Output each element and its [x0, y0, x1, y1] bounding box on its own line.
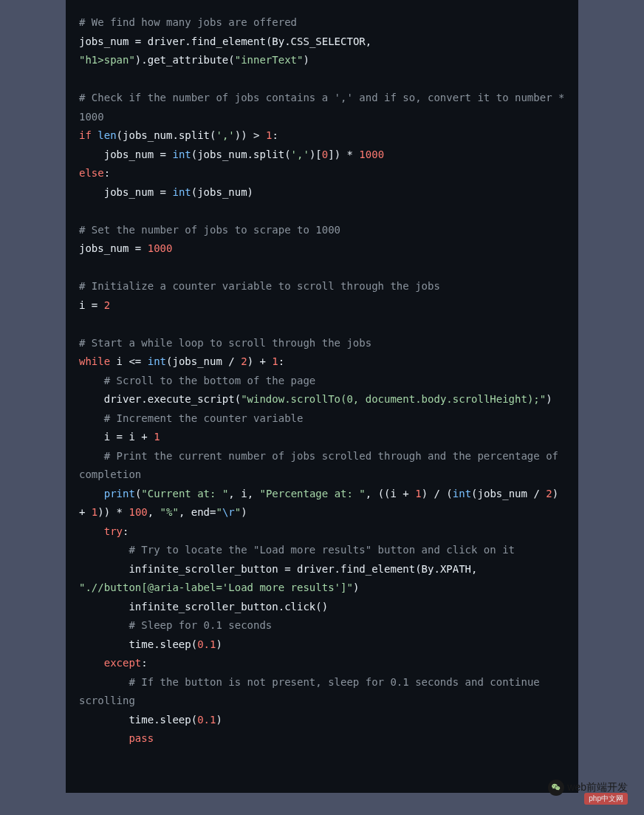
- code-token: jobs_num: [123, 129, 172, 141]
- code-token: time.sleep(: [129, 638, 197, 650]
- code-token: ) / (: [422, 488, 453, 499]
- code-keyword: if: [79, 129, 92, 141]
- code-token: ): [216, 638, 222, 650]
- code-window: # We find how many jobs are offered jobs…: [66, 0, 578, 793]
- code-comment: # Scroll to the bottom of the page: [104, 375, 316, 386]
- code-number: 2: [546, 488, 552, 499]
- code-builtin: int: [148, 355, 166, 367]
- code-token: >: [247, 129, 266, 141]
- code-string: ',': [216, 129, 234, 141]
- code-keyword: else: [79, 167, 104, 179]
- code-indent: [104, 732, 129, 744]
- code-token: ): [303, 54, 309, 66]
- code-token: (jobs_num /: [166, 355, 241, 367]
- code-comment: # Set the number of jobs to scrape to 10…: [79, 224, 340, 236]
- code-indent: [104, 563, 129, 575]
- code-indent: [104, 601, 129, 613]
- code-token: =: [110, 431, 129, 443]
- code-indent: [104, 619, 129, 631]
- code-block[interactable]: # We find how many jobs are offered jobs…: [79, 13, 565, 748]
- code-indent: [79, 393, 104, 405]
- code-token: infinite_scroller_button: [129, 563, 278, 575]
- code-comment: # We find how many jobs are offered: [79, 16, 297, 28]
- code-token: i: [104, 431, 110, 443]
- code-indent: [104, 714, 129, 726]
- code-comment: # Sleep for 0.1 seconds: [129, 619, 272, 631]
- code-string: "window.scrollTo(0, document.body.scroll…: [241, 393, 546, 405]
- code-token: =: [154, 149, 172, 160]
- code-indent: [79, 657, 104, 669]
- code-token: :: [278, 355, 284, 367]
- code-indent: [79, 375, 104, 386]
- code-token: )): [235, 129, 247, 141]
- code-token: =: [154, 186, 172, 198]
- code-token: (jobs_num): [191, 186, 253, 198]
- code-comment: # Increment the counter variable: [104, 412, 304, 424]
- code-token: :: [272, 129, 278, 141]
- code-token: ) +: [247, 355, 273, 367]
- code-string: ',': [291, 149, 309, 160]
- code-keyword: except: [104, 657, 142, 669]
- code-keyword: while: [79, 355, 110, 367]
- code-token: driver.find_element(By.XPATH,: [297, 563, 484, 575]
- code-indent: [79, 525, 104, 537]
- code-token: jobs_num: [104, 186, 154, 198]
- code-indent: [79, 619, 104, 631]
- code-token: end=: [191, 506, 216, 518]
- code-token: :: [123, 525, 129, 537]
- code-token: =: [129, 35, 147, 47]
- code-token: :: [104, 167, 110, 179]
- code-string: "innerText": [235, 54, 304, 66]
- code-builtin: int: [172, 186, 191, 198]
- code-comment: # Print the current number of jobs scrol…: [79, 450, 564, 481]
- code-number: 1: [154, 431, 160, 443]
- code-token: ): [546, 393, 552, 405]
- code-comment: # Check if the number of jobs contains a…: [79, 92, 571, 123]
- code-builtin: print: [104, 488, 135, 499]
- code-token: =: [129, 242, 147, 254]
- code-token: ): [241, 506, 247, 518]
- code-builtin: len: [97, 129, 116, 141]
- code-token: ,: [179, 506, 191, 518]
- code-indent: [79, 544, 104, 556]
- code-indent: [79, 431, 104, 443]
- code-token: :: [141, 657, 147, 669]
- wechat-icon: [548, 780, 564, 796]
- code-string: ": [216, 506, 222, 518]
- code-indent: [79, 638, 104, 650]
- code-number: 1: [415, 488, 421, 499]
- code-string: ": [235, 506, 241, 518]
- code-number: 1000: [148, 242, 173, 254]
- code-token: ): [216, 714, 222, 726]
- code-token: ,: [366, 488, 378, 499]
- code-token: i: [129, 431, 134, 443]
- code-token: driver.execute_script(: [104, 393, 241, 405]
- code-number: 0: [322, 149, 328, 160]
- code-token: i <=: [110, 355, 148, 367]
- code-token: jobs_num: [79, 242, 129, 254]
- code-keyword: pass: [129, 732, 154, 744]
- code-string: "%": [160, 506, 179, 518]
- code-indent: [79, 601, 104, 613]
- code-token: ,: [148, 506, 160, 518]
- code-token: ]): [328, 149, 340, 160]
- code-indent: [79, 563, 104, 575]
- code-number: 0.1: [197, 638, 216, 650]
- code-indent: [104, 676, 129, 688]
- code-indent: [104, 544, 129, 556]
- code-token: )[: [309, 149, 322, 160]
- code-token: ,: [228, 488, 241, 499]
- code-indent: [79, 714, 104, 726]
- code-token: ).get_attribute(: [135, 54, 235, 66]
- code-number: 0.1: [197, 714, 216, 726]
- code-token: time.sleep(: [129, 714, 197, 726]
- code-string: "Current at: ": [141, 488, 228, 499]
- code-token: driver.find_element(By.CSS_SELECTOR,: [148, 35, 378, 47]
- code-indent: [79, 186, 104, 198]
- code-indent: [79, 412, 104, 424]
- code-indent: [79, 450, 104, 462]
- code-indent: [79, 732, 104, 744]
- code-string: "Percentage at: ": [259, 488, 365, 499]
- code-token: )) *: [97, 506, 129, 518]
- code-builtin: int: [172, 149, 191, 160]
